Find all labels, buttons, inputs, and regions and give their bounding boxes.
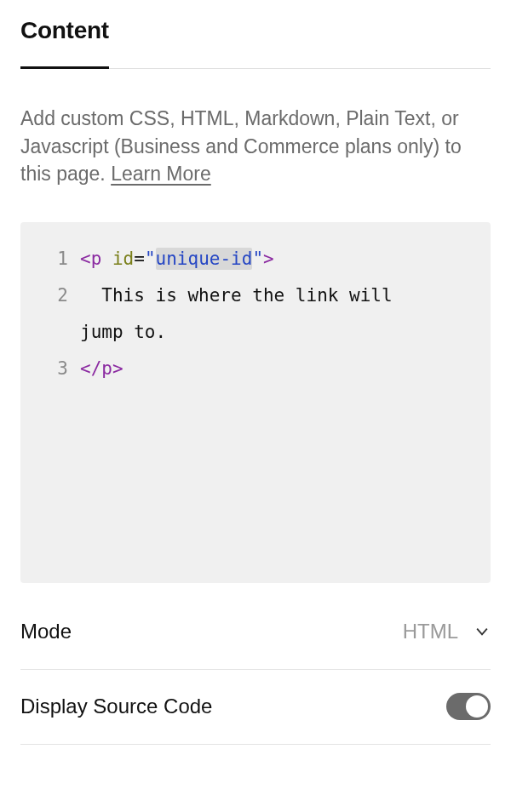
line-number: 3 (43, 351, 68, 387)
code-line: 2 This is where the link will (43, 277, 468, 314)
mode-label: Mode (20, 620, 72, 643)
line-number: 2 (43, 277, 68, 314)
code-content: jump to. (80, 314, 166, 351)
mode-value: HTML (403, 620, 458, 643)
tab-content[interactable]: Content (20, 17, 109, 69)
code-editor[interactable]: 1<p id="unique-id">2 This is where the l… (20, 222, 491, 583)
mode-row[interactable]: Mode HTML (20, 595, 491, 670)
code-content: <p id="unique-id"> (80, 241, 274, 277)
code-line: 3</p> (43, 351, 468, 387)
code-line: 1<p id="unique-id"> (43, 241, 468, 277)
toggle-knob (466, 695, 488, 718)
code-line: jump to. (43, 314, 468, 351)
code-content: </p> (80, 351, 123, 387)
display-source-toggle[interactable] (446, 693, 491, 720)
display-source-row: Display Source Code (20, 670, 491, 745)
learn-more-link[interactable]: Learn More (111, 163, 211, 185)
description-text: Add custom CSS, HTML, Markdown, Plain Te… (20, 105, 491, 188)
tabs-bar: Content (20, 17, 491, 69)
description-prefix: Add custom CSS, HTML, Markdown, Plain Te… (20, 107, 462, 185)
chevron-down-icon (474, 623, 491, 640)
line-number: 1 (43, 241, 68, 277)
display-source-label: Display Source Code (20, 695, 212, 718)
code-content: This is where the link will (80, 277, 403, 314)
